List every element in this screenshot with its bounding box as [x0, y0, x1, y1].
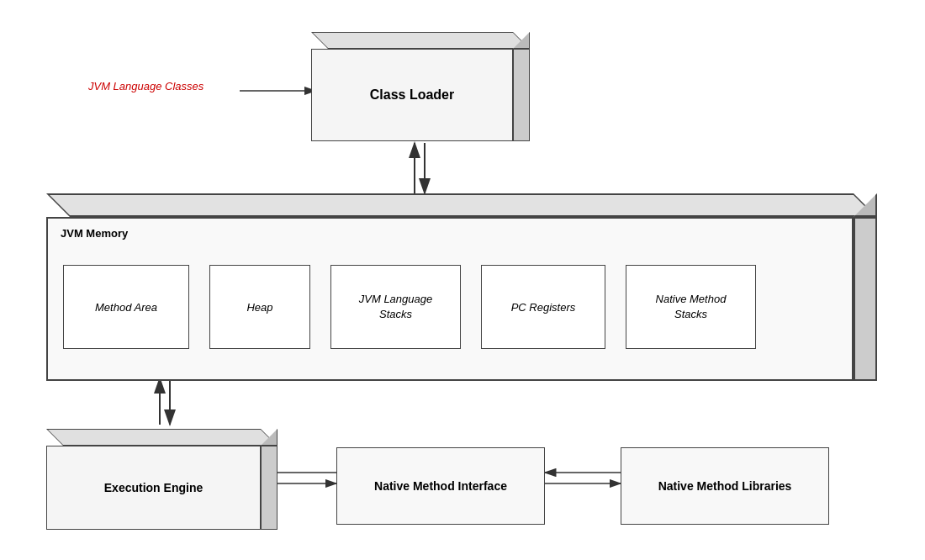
method-area-label: Method Area [95, 301, 157, 314]
pc-registers-box: PC Registers [481, 265, 605, 349]
jvm-memory-right-face [854, 217, 877, 381]
class-loader-right-face [513, 49, 530, 141]
heap-label: Heap [246, 301, 272, 314]
native-method-interface-label: Native Method Interface [374, 479, 507, 493]
class-loader-front-face: Class Loader [311, 49, 513, 141]
native-method-stacks-label: Native MethodStacks [656, 292, 727, 322]
exec-engine-front-face: Execution Engine [46, 446, 261, 530]
native-method-stacks-box: Native MethodStacks [626, 265, 756, 349]
exec-engine-label: Execution Engine [104, 481, 203, 494]
native-method-libraries-label: Native Method Libraries [658, 479, 792, 493]
execution-engine-3d-box: Execution Engine [46, 429, 290, 534]
jvm-memory-top-face [46, 193, 877, 217]
heap-box: Heap [209, 265, 310, 349]
jvm-lang-stacks-box: JVM LanguageStacks [330, 265, 461, 349]
jvm-memory-label: JVM Memory [48, 219, 852, 248]
native-method-interface-box: Native Method Interface [336, 447, 545, 525]
jvm-lang-classes-label: JVM Language Classes [88, 80, 204, 92]
diagram-container: JVM Language Classes Class Loader JVM Me… [0, 0, 925, 560]
class-loader-label: Class Loader [370, 87, 454, 103]
pc-registers-label: PC Registers [511, 301, 576, 314]
jvm-memory-3d-box: JVM Memory Method Area Heap JVM Language… [46, 193, 896, 383]
exec-engine-top-face [46, 429, 278, 446]
class-loader-3d-box: Class Loader [311, 32, 538, 150]
jvm-memory-front-face: JVM Memory Method Area Heap JVM Language… [46, 217, 854, 381]
native-method-libraries-box: Native Method Libraries [621, 447, 829, 525]
class-loader-top-face [311, 32, 530, 49]
jvm-lang-stacks-label: JVM LanguageStacks [359, 292, 432, 322]
method-area-box: Method Area [63, 265, 189, 349]
exec-engine-right-face [261, 446, 278, 530]
